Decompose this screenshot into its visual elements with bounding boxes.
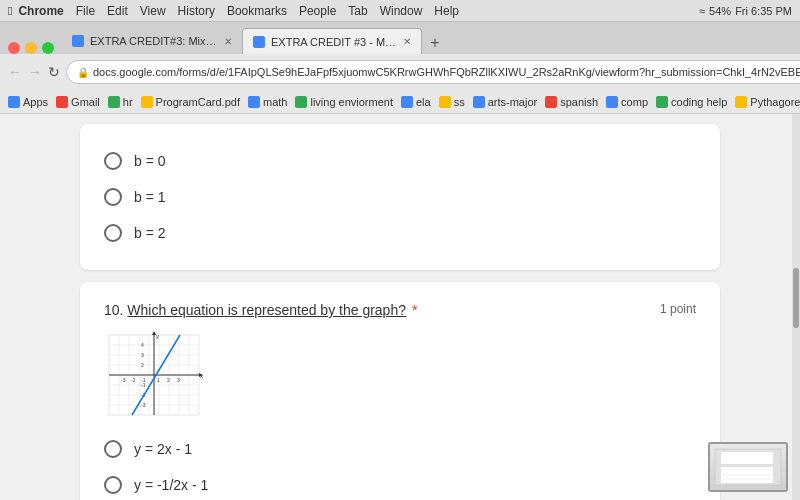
bookmark-coding[interactable]: coding help: [656, 96, 727, 108]
q10-number: 10.: [104, 302, 123, 318]
tab-bar: EXTRA CREDIT#3: Mixed Prac... ✕ EXTRA CR…: [0, 22, 800, 54]
traffic-lights: [8, 42, 54, 54]
bookmark-ela-icon: [401, 96, 413, 108]
question-9-card: b = 0 b = 1 b = 2: [80, 124, 720, 270]
q9-option-2[interactable]: b = 2: [104, 224, 696, 242]
bookmark-living[interactable]: living enviorment: [295, 96, 393, 108]
bookmark-math[interactable]: math: [248, 96, 287, 108]
bookmark-living-label: living enviorment: [310, 96, 393, 108]
question-10-card: 10. Which equation is represented by the…: [80, 282, 720, 500]
svg-text:-1: -1: [141, 382, 146, 388]
q10-header: 10. Which equation is represented by the…: [104, 302, 696, 318]
wifi-icon: ≈: [699, 5, 705, 17]
bookmark-spanish[interactable]: spanish: [545, 96, 598, 108]
bookmark-arts-label: arts-major: [488, 96, 538, 108]
bookmark-coding-icon: [656, 96, 668, 108]
q9-option-2-label: b = 2: [134, 225, 166, 241]
bookmark-comp-icon: [606, 96, 618, 108]
tab-close-0[interactable]: ✕: [224, 36, 232, 47]
close-button[interactable]: [8, 42, 20, 54]
svg-text:4: 4: [141, 342, 144, 348]
lock-icon: 🔒: [77, 67, 89, 78]
bookmark-ela[interactable]: ela: [401, 96, 431, 108]
bookmark-pythagorean-label: Pythagorean Theo...: [750, 96, 800, 108]
bookmark-ss-label: ss: [454, 96, 465, 108]
menu-edit[interactable]: Edit: [107, 4, 128, 18]
q9-radio-1[interactable]: [104, 188, 122, 206]
bookmark-spanish-icon: [545, 96, 557, 108]
q9-option-0[interactable]: b = 0: [104, 152, 696, 170]
new-tab-button[interactable]: +: [422, 32, 448, 54]
bookmark-gmail-icon: [56, 96, 68, 108]
mini-thumbnail: [708, 442, 788, 492]
bookmark-arts-icon: [473, 96, 485, 108]
q9-option-1[interactable]: b = 1: [104, 188, 696, 206]
bookmark-hr-icon: [108, 96, 120, 108]
svg-text:-2: -2: [131, 377, 136, 383]
bookmark-apps[interactable]: Apps: [8, 96, 48, 108]
scrollbar-thumb[interactable]: [793, 268, 799, 328]
q9-radio-2[interactable]: [104, 224, 122, 242]
bookmark-pythagorean[interactable]: Pythagorean Theo...: [735, 96, 800, 108]
svg-rect-36: [721, 452, 773, 464]
bookmark-comp-label: comp: [621, 96, 648, 108]
bookmark-math-label: math: [263, 96, 287, 108]
svg-text:3: 3: [177, 377, 180, 383]
bookmark-programcard-icon: [141, 96, 153, 108]
bookmark-ss[interactable]: ss: [439, 96, 465, 108]
menu-tab[interactable]: Tab: [348, 4, 367, 18]
q10-radio-0[interactable]: [104, 440, 122, 458]
bookmark-ela-label: ela: [416, 96, 431, 108]
title-bar-left:  Chrome File Edit View History Bookmark…: [8, 4, 459, 18]
bookmark-gmail[interactable]: Gmail: [56, 96, 100, 108]
q10-option-0-label: y = 2x - 1: [134, 441, 192, 457]
menu-view[interactable]: View: [140, 4, 166, 18]
q10-radio-1[interactable]: [104, 476, 122, 494]
mini-thumb-svg: [713, 447, 783, 487]
bookmark-living-icon: [295, 96, 307, 108]
svg-text:-3: -3: [141, 402, 146, 408]
apple-icon: : [8, 4, 12, 18]
q9-radio-0[interactable]: [104, 152, 122, 170]
tab-0[interactable]: EXTRA CREDIT#3: Mixed Prac... ✕: [62, 28, 242, 54]
reload-button[interactable]: ↻: [48, 61, 60, 83]
bookmark-ss-icon: [439, 96, 451, 108]
bookmark-apps-label: Apps: [23, 96, 48, 108]
q10-radio-group: y = 2x - 1 y = -1/2x - 1 y = -2x + 1 y =…: [104, 432, 696, 500]
svg-text:y: y: [156, 333, 159, 339]
q10-option-1[interactable]: y = -1/2x - 1: [104, 476, 696, 494]
svg-text:1: 1: [157, 377, 160, 383]
tab-1[interactable]: EXTRA CREDIT #3 - Mixed Re... ✕: [242, 28, 422, 54]
q10-option-0[interactable]: y = 2x - 1: [104, 440, 696, 458]
bookmark-hr[interactable]: hr: [108, 96, 133, 108]
url-text: docs.google.com/forms/d/e/1FAIpQLSe9hEJa…: [93, 66, 800, 78]
svg-text:2: 2: [167, 377, 170, 383]
nav-bar: ← → ↻ 🔒 docs.google.com/forms/d/e/1FAIpQ…: [0, 54, 800, 90]
menu-people[interactable]: People: [299, 4, 336, 18]
coordinate-graph: x y -3 -2 -1 1 2 3 2 3 4 -1 -2 -3: [104, 330, 204, 420]
forward-button[interactable]: →: [28, 61, 42, 83]
q9-radio-group: b = 0 b = 1 b = 2: [104, 144, 696, 250]
menu-help[interactable]: Help: [434, 4, 459, 18]
svg-text:-3: -3: [121, 377, 126, 383]
maximize-button[interactable]: [42, 42, 54, 54]
minimize-button[interactable]: [25, 42, 37, 54]
bookmarks-bar: Apps Gmail hr ProgramCard.pdf math livin…: [0, 90, 800, 114]
address-bar[interactable]: 🔒 docs.google.com/forms/d/e/1FAIpQLSe9hE…: [66, 60, 800, 84]
back-button[interactable]: ←: [8, 61, 22, 83]
menu-window[interactable]: Window: [380, 4, 423, 18]
tab-close-1[interactable]: ✕: [403, 36, 411, 47]
menu-bookmarks[interactable]: Bookmarks: [227, 4, 287, 18]
menu-file[interactable]: File: [76, 4, 95, 18]
q10-question: Which equation is represented by the gra…: [127, 302, 406, 318]
bookmark-programcard[interactable]: ProgramCard.pdf: [141, 96, 240, 108]
q9-option-1-label: b = 1: [134, 189, 166, 205]
svg-text:3: 3: [141, 352, 144, 358]
q9-option-0-label: b = 0: [134, 153, 166, 169]
bookmark-comp[interactable]: comp: [606, 96, 648, 108]
bookmark-arts[interactable]: arts-major: [473, 96, 538, 108]
form-content: b = 0 b = 1 b = 2 10. Which equation is …: [20, 114, 780, 500]
bookmark-coding-label: coding help: [671, 96, 727, 108]
menu-history[interactable]: History: [178, 4, 215, 18]
scrollbar[interactable]: [792, 114, 800, 500]
